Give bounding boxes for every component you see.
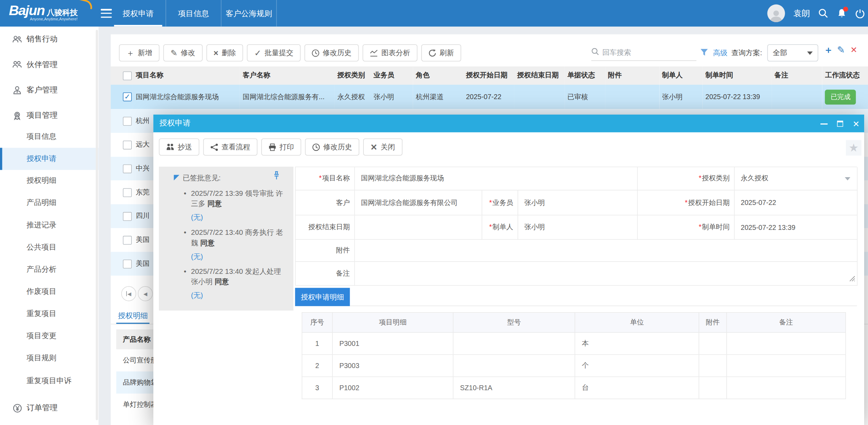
collapse-triangle-icon[interactable] [174,175,179,181]
sales-users-icon [12,34,22,44]
refresh-button[interactable]: 刷新 [421,44,461,62]
detail-row[interactable]: 3 P1002 SZ10-R1A 台 [302,377,846,399]
row-checkbox[interactable] [123,188,132,197]
notifications-bell-icon[interactable] [836,8,846,18]
prev-page-button[interactable]: ◀ [138,286,153,301]
edit-scheme-icon[interactable]: ✎ [837,45,845,55]
salesman-field[interactable]: 张小明 [518,191,638,215]
check-icon: ✓ [254,49,261,57]
tab-auth-detail-bottom[interactable]: 授权明细 [116,311,149,324]
sidebar-item-public-projects[interactable]: 公共项目 [0,236,98,258]
row-checkbox[interactable] [123,140,132,149]
tab-authorization-request[interactable]: 授权申请 [111,0,166,27]
view-workflow-button[interactable]: 查看流程 [203,139,257,156]
sidebar-scrollbar[interactable] [96,30,98,420]
end-date-label: 授权结束日期 [308,223,350,232]
print-button[interactable]: 打印 [261,139,301,156]
modal-header[interactable]: 授权申请 ✕ [153,115,864,132]
query-scheme-select[interactable]: 全部 [767,44,818,62]
maximize-icon[interactable] [836,120,843,127]
approval-entries: 2025/7/22 13:39 领导审批 许三多 同意 (无) 2025/7/2… [184,189,286,305]
authorization-request-modal: 授权申请 ✕ 抄送 查看流程 打印 修改历史 ✕关闭 ★ 已签批意见: 2025… [153,115,864,425]
sidebar-item-auth-request[interactable]: 授权申请 [0,148,98,170]
add-scheme-icon[interactable]: ＋ [824,45,833,55]
sidebar-item-auth-detail[interactable]: 授权明细 [0,169,98,192]
delete-button[interactable]: ×删除 [206,44,243,62]
minimize-icon[interactable] [821,120,828,127]
window-controls: ✕ [821,115,860,132]
detail-row[interactable]: 2 P3003 个 [302,355,846,377]
create-time-field[interactable]: 2025-07-22 13:39 [735,215,858,240]
search-icon[interactable] [818,8,828,18]
username[interactable]: 袁朗 [793,8,810,19]
sidebar-item-partner-mgmt[interactable]: 伙伴管理 [0,53,98,77]
row-checkbox[interactable] [123,259,132,268]
pin-icon[interactable] [273,171,280,182]
sidebar-item-product-detail[interactable]: 产品明细 [0,192,98,214]
remark-field[interactable] [355,262,857,286]
favorite-star-icon[interactable]: ★ [846,140,861,155]
edit-button[interactable]: ✎修改 [163,44,202,62]
close-icon[interactable]: ✕ [853,120,860,127]
modal-edit-history-button[interactable]: 修改历史 [305,139,359,156]
clock-icon [311,49,319,57]
customer-field[interactable]: 国网湖北综合能源服务有限公司 [355,191,482,215]
sidebar-item-project-info[interactable]: 项目信息 [0,125,98,148]
sidebar-item-voided-projects[interactable]: 作废项目 [0,281,98,303]
logout-power-icon[interactable] [855,8,864,18]
select-all-checkbox[interactable] [123,71,132,80]
add-button[interactable]: ＋新增 [119,44,160,62]
resize-handle-icon[interactable] [848,275,855,283]
create-time-label: 制单时间 [699,223,729,232]
delete-scheme-icon[interactable]: ✕ [850,45,857,54]
sidebar-item-order-mgmt[interactable]: 订单管理 [0,396,98,420]
modal-toolbar: 抄送 查看流程 打印 修改历史 ✕关闭 [159,139,402,156]
sidebar-item-duplicate-projects[interactable]: 重复项目 [0,303,98,325]
edit-history-button[interactable]: 修改历史 [304,44,359,62]
advanced-search-link[interactable]: 高级 [713,48,727,58]
row-checkbox[interactable] [123,116,132,125]
approval-note-link[interactable]: (无) [191,291,286,301]
tab-project-info[interactable]: 项目信息 [166,0,221,27]
menu-toggle-icon[interactable] [101,9,112,18]
sidebar-item-sales-actions[interactable]: 销售行动 [0,27,98,51]
logo-text-cn: 八骏科技 [47,8,78,18]
attachment-field[interactable] [355,240,857,262]
first-page-button[interactable]: ◀ [121,286,136,301]
end-date-field[interactable] [355,215,482,240]
sidebar-item-customer-mgmt[interactable]: 客户管理 [0,78,98,102]
sidebar-item-project-rules[interactable]: 项目规则 [0,347,98,369]
plus-icon: ＋ [126,49,135,57]
tab-customer-pool-rules[interactable]: 客户公海规则 [221,0,277,27]
batch-submit-button[interactable]: ✓批量提交 [247,44,301,62]
pencil-icon: ✎ [171,49,178,57]
sidebar: 销售行动 伙伴管理 客户管理 项目管理 项目信息 授权申请 授权明细 产品明细 … [0,27,98,425]
row-checkbox[interactable] [123,92,132,101]
filter-funnel-icon[interactable] [700,48,708,58]
sidebar-item-duplicate-appeal[interactable]: 重复项目申诉 [0,370,98,392]
creator-field[interactable]: 张小明 [518,215,638,240]
chart-analysis-button[interactable]: 图表分析 [362,44,417,62]
table-row-selected[interactable]: 国网湖北综合能源服务现场 国网湖北综合能源服务有... 永久授权 张小明 杭州渠… [111,85,868,109]
sidebar-item-project-changes[interactable]: 项目变更 [0,325,98,347]
approval-note-link[interactable]: (无) [191,213,286,223]
search-input[interactable] [602,48,685,57]
detail-row[interactable]: 1 P3001 本 [302,333,846,355]
sidebar-item-progress-records[interactable]: 推进记录 [0,214,98,236]
cc-button[interactable]: 抄送 [159,139,199,156]
start-date-field[interactable]: 2025-07-22 [735,191,858,215]
sidebar-item-product-analysis[interactable]: 产品分析 [0,258,98,281]
avatar[interactable] [767,5,785,22]
row-checkbox[interactable] [123,236,132,244]
tab-auth-request-detail[interactable]: 授权申请明细 [295,288,350,306]
row-checkbox[interactable] [123,212,132,220]
approval-note-link[interactable]: (无) [191,252,286,262]
project-name-field[interactable]: 国网湖北综合能源服务现场 [355,167,638,191]
row-checkbox[interactable] [123,164,132,173]
notification-dot [843,7,848,12]
sidebar-item-project-mgmt[interactable]: 项目管理 [0,103,98,128]
modal-close-button[interactable]: ✕关闭 [363,139,402,156]
clock-icon [312,143,320,151]
app-root: Bajun 八骏科技 Anyone,Anytime,Anywhere! 授权申请… [0,0,868,425]
auth-type-select[interactable]: 永久授权 [735,167,858,191]
